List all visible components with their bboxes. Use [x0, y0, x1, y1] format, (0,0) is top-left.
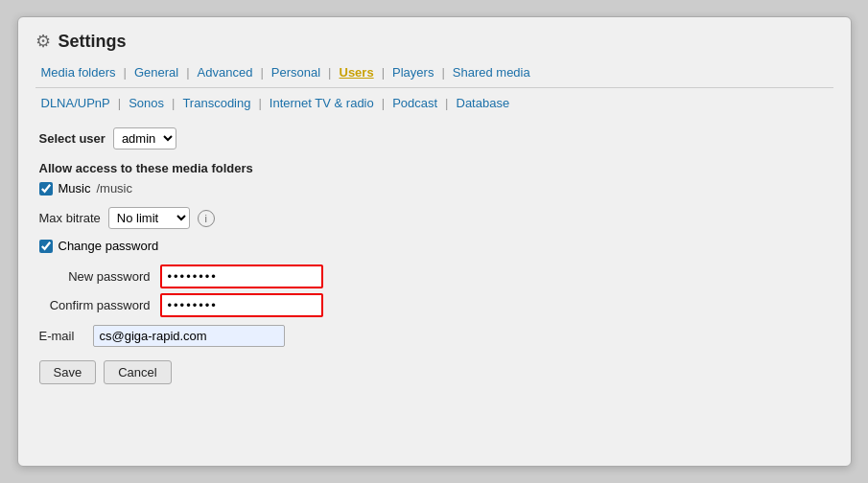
- bitrate-label: Max bitrate: [39, 211, 101, 225]
- content-area: Select user admin Allow access to these …: [35, 127, 833, 384]
- nav-shared-media[interactable]: Shared media: [447, 61, 536, 83]
- nav-dlna[interactable]: DLNA/UPnP: [35, 92, 116, 114]
- select-user-row: Select user admin: [39, 127, 830, 150]
- media-folders-label: Allow access to these media folders: [39, 161, 830, 175]
- change-password-row: Change password: [39, 239, 830, 253]
- nav-personal[interactable]: Personal: [266, 61, 326, 83]
- nav-internet-tv[interactable]: Internet TV & radio: [264, 92, 380, 114]
- bitrate-row: Max bitrate No limit32 Kbps64 Kbps128 Kb…: [39, 207, 830, 229]
- change-password-label: Change password: [59, 239, 159, 253]
- select-user-label: Select user: [39, 131, 106, 146]
- music-folder-row: Music /music: [39, 181, 830, 196]
- nav-media-folders[interactable]: Media folders: [35, 61, 122, 83]
- nav-sonos[interactable]: Sonos: [123, 92, 170, 114]
- confirm-password-input[interactable]: [160, 293, 323, 317]
- cancel-button[interactable]: Cancel: [104, 360, 171, 384]
- info-icon[interactable]: i: [198, 210, 215, 227]
- music-path: /music: [96, 181, 132, 196]
- email-label: E-mail: [39, 329, 87, 343]
- nav-advanced[interactable]: Advanced: [192, 61, 259, 83]
- nav-row-1: Media folders | General | Advanced | Per…: [35, 61, 833, 88]
- confirm-password-label: Confirm password: [39, 298, 154, 312]
- gear-icon: ⚙: [35, 31, 51, 52]
- nav-general[interactable]: General: [129, 61, 184, 83]
- email-row: E-mail: [39, 325, 830, 347]
- nav-row-2: DLNA/UPnP | Sonos | Transcoding | Intern…: [35, 92, 833, 114]
- new-password-input[interactable]: [160, 264, 323, 288]
- nav-users[interactable]: Users: [334, 61, 380, 83]
- nav-players[interactable]: Players: [387, 61, 439, 83]
- bitrate-select[interactable]: No limit32 Kbps64 Kbps128 Kbps256 Kbps32…: [108, 207, 190, 229]
- change-password-checkbox[interactable]: [39, 240, 53, 253]
- password-form: New password Confirm password: [39, 264, 830, 317]
- button-row: Save Cancel: [39, 360, 830, 384]
- settings-window: ⚙ Settings Media folders | General | Adv…: [17, 16, 852, 467]
- user-select[interactable]: admin: [113, 127, 176, 150]
- nav-database[interactable]: Database: [451, 92, 516, 114]
- nav-podcast[interactable]: Podcast: [387, 92, 443, 114]
- music-checkbox[interactable]: [39, 182, 53, 196]
- email-input[interactable]: [93, 325, 285, 347]
- new-password-label: New password: [39, 269, 154, 284]
- nav-transcoding[interactable]: Transcoding: [176, 92, 256, 114]
- save-button[interactable]: Save: [39, 360, 97, 384]
- page-title: Settings: [59, 32, 127, 52]
- music-label: Music: [59, 181, 91, 196]
- title-row: ⚙ Settings: [35, 31, 833, 52]
